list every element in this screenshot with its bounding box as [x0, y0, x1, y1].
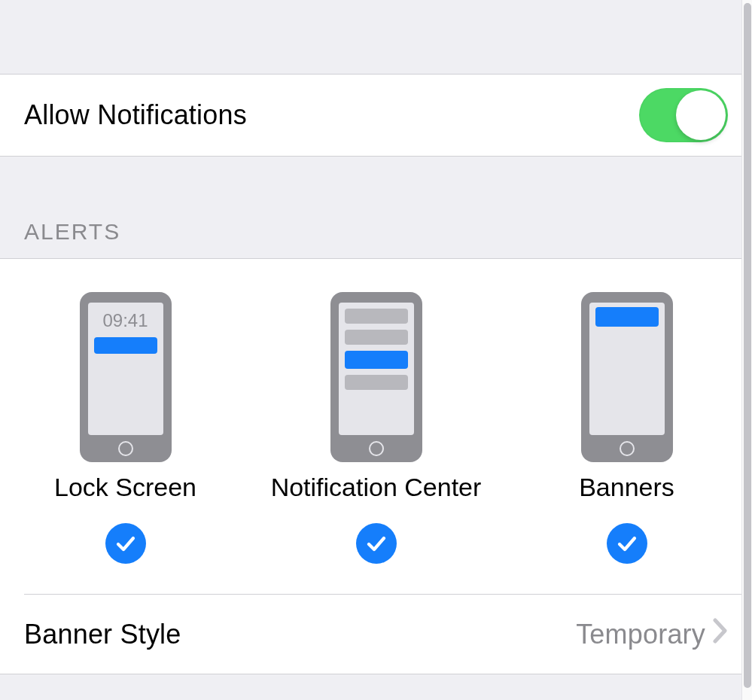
scrollbar[interactable] [741, 0, 752, 700]
top-spacer [0, 0, 752, 74]
nc-bar-1 [345, 309, 408, 324]
checkmark-icon [607, 523, 647, 564]
alert-check-lock-screen[interactable] [105, 523, 146, 564]
nc-bar-3 [345, 375, 408, 390]
alerts-section-header: ALERTS [0, 157, 752, 258]
banner-style-value-group: Temporary [576, 618, 728, 650]
alert-label-notification-center: Notification Center [271, 473, 482, 502]
checkmark-icon [105, 523, 146, 564]
alert-label-lock-screen: Lock Screen [54, 473, 196, 502]
nc-bar-2 [345, 330, 408, 345]
alert-check-notification-center[interactable] [356, 523, 397, 564]
allow-notifications-row[interactable]: Allow Notifications [0, 74, 752, 157]
toggle-knob [676, 90, 726, 140]
allow-notifications-toggle[interactable] [639, 88, 728, 142]
lock-screen-time: 09:41 [102, 310, 148, 331]
allow-notifications-label: Allow Notifications [24, 99, 247, 131]
home-button-icon [620, 441, 635, 456]
checkmark-icon [356, 523, 397, 564]
alert-check-banners[interactable] [607, 523, 647, 564]
notifications-settings-screen: Allow Notifications ALERTS 09:41 Lock Sc… [0, 0, 752, 700]
lock-screen-icon: 09:41 [80, 292, 172, 462]
alert-label-banners: Banners [579, 473, 674, 502]
notification-center-icon [330, 292, 422, 462]
alert-option-lock-screen[interactable]: 09:41 Lock Screen [0, 292, 251, 564]
banner-bar [595, 307, 659, 327]
banner-style-row[interactable]: Banner Style Temporary [0, 595, 752, 674]
banners-icon [581, 292, 673, 462]
chevron-right-icon [713, 618, 728, 650]
scrollbar-thumb[interactable] [744, 3, 751, 688]
nc-bar-highlight [345, 351, 408, 369]
alert-options: 09:41 Lock Screen [0, 259, 752, 594]
alert-option-notification-center[interactable]: Notification Center [251, 292, 501, 564]
alerts-header-text: ALERTS [24, 219, 120, 245]
home-button-icon [118, 441, 133, 456]
banner-style-label: Banner Style [24, 619, 181, 650]
home-button-icon [369, 441, 384, 456]
banner-style-value: Temporary [576, 619, 705, 650]
lock-screen-notification-bar [94, 337, 157, 354]
alert-option-banners[interactable]: Banners [501, 292, 752, 564]
alerts-block: 09:41 Lock Screen [0, 258, 752, 674]
